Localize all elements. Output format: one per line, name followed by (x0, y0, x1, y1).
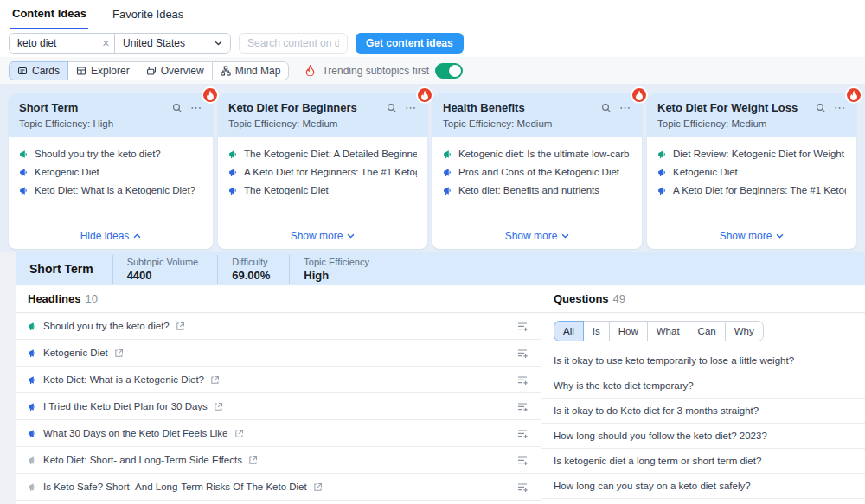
question-row[interactable]: Is ketogenic diet a long term or short t… (541, 449, 865, 474)
search-icon[interactable] (816, 103, 826, 113)
subtopic-cards: Short Term ⋯ Topic Efficiency: High Shou… (0, 84, 865, 252)
view-overview-button[interactable]: Overview (138, 61, 213, 80)
idea-item[interactable]: A Keto Diet for Beginners: The #1 Ketoge… (657, 185, 846, 195)
clear-keyword-icon[interactable]: ✕ (102, 38, 110, 49)
headlines-title: Headlines (28, 292, 80, 305)
card-title: Keto Diet For Weight Loss (657, 101, 816, 114)
questions-count: 49 (613, 292, 625, 305)
question-filters: All Is How What Can Why (541, 313, 865, 348)
external-link-icon[interactable] (248, 456, 258, 465)
idea-item[interactable]: Should you try the keto diet? (19, 149, 202, 159)
trending-label: Trending subtopics first (322, 65, 429, 77)
headline-row: Ketogenic Diet (16, 340, 541, 367)
add-to-list-icon[interactable] (517, 482, 529, 493)
idea-item[interactable]: Pros and Cons of the Ketogenic Diet (443, 167, 631, 177)
idea-item[interactable]: A Keto Diet for Beginners: The #1 Ketoge… (228, 167, 417, 177)
filter-is[interactable]: Is (583, 321, 610, 341)
show-more-link[interactable]: Show more (432, 223, 642, 249)
subtopic-card-keto-diet-for-beginners[interactable]: Keto Diet For Beginners ⋯ Topic Efficien… (218, 93, 427, 249)
headline-row: Keto Diet: Short- and Long-Term Side Eff… (16, 447, 541, 474)
more-options-icon[interactable]: ⋯ (190, 101, 202, 114)
filter-all[interactable]: All (554, 321, 584, 341)
mindmap-icon (221, 66, 231, 76)
tab-favorite-ideas[interactable]: Favorite Ideas (111, 1, 185, 29)
hide-ideas-link[interactable]: Hide ideas (9, 223, 213, 249)
add-to-list-icon[interactable] (517, 374, 529, 386)
external-link-icon[interactable] (114, 348, 124, 358)
subtopic-card-health-benefits[interactable]: Health Benefits ⋯ Topic Efficiency: Medi… (432, 93, 642, 249)
view-explorer-button[interactable]: Explorer (67, 61, 138, 80)
add-to-list-icon[interactable] (517, 428, 529, 439)
question-row[interactable]: Why is the keto diet temporary? (541, 373, 865, 399)
trending-flame-badge (845, 86, 862, 104)
question-row[interactable]: How long can you stay on a keto diet saf… (541, 474, 865, 499)
idea-item[interactable]: Ketogenic Diet (657, 167, 846, 177)
megaphone-icon (19, 186, 29, 195)
idea-item[interactable]: Ketogenic Diet (19, 167, 202, 177)
explorer-icon (76, 66, 86, 76)
headline-row: What 30 Days on the Keto Diet Feels Like (16, 420, 541, 447)
external-link-icon[interactable] (234, 429, 244, 438)
headline-row: Is Keto Safe? Short- And Long-Term Risks… (16, 474, 541, 501)
stat-subtopic-volume: Subtopic Volume 4400 (112, 255, 199, 284)
view-mindmap-button[interactable]: Mind Map (212, 61, 290, 80)
overview-icon (146, 66, 157, 76)
chevron-up-icon (133, 233, 141, 239)
question-row[interactable]: How long should you follow the keto diet… (541, 424, 865, 449)
idea-item[interactable]: Keto diet: Benefits and nutrients (443, 185, 631, 195)
idea-item[interactable]: Diet Review: Ketogenic Diet for Weight L… (657, 149, 846, 159)
idea-item[interactable]: Keto Diet: What is a Ketogenic Diet? (19, 185, 202, 195)
megaphone-icon (28, 375, 37, 385)
more-options-icon[interactable]: ⋯ (405, 101, 417, 114)
get-content-ideas-button[interactable]: Get content ideas (356, 33, 464, 54)
question-row[interactable]: Is it okay to do Keto diet for 3 months … (541, 399, 865, 424)
keyword-input[interactable] (10, 34, 114, 53)
external-link-icon[interactable] (313, 482, 323, 492)
more-options-icon[interactable]: ⋯ (834, 101, 846, 114)
search-icon[interactable] (172, 103, 183, 113)
more-options-icon[interactable]: ⋯ (619, 101, 631, 114)
add-to-list-icon[interactable] (517, 401, 529, 412)
megaphone-icon (28, 482, 37, 492)
add-to-list-icon[interactable] (517, 455, 529, 466)
selected-subtopic-title: Short Term (29, 262, 93, 276)
idea-item[interactable]: The Ketogenic Diet (228, 185, 417, 195)
search-icon[interactable] (601, 103, 612, 113)
megaphone-icon (19, 150, 29, 159)
external-link-icon[interactable] (176, 322, 185, 331)
filter-can[interactable]: Can (689, 321, 726, 341)
external-link-icon[interactable] (214, 402, 223, 411)
headlines-panel: Headlines 10 Should you try the keto die… (16, 285, 541, 504)
filter-what[interactable]: What (647, 321, 689, 341)
cards-icon (17, 66, 28, 76)
megaphone-icon (28, 456, 37, 465)
domain-search-input[interactable] (239, 33, 348, 54)
headline-row: Keto Diet: What is a Ketogenic Diet? (16, 367, 541, 393)
idea-item[interactable]: The Ketogenic Diet: A Detailed Beginner'… (228, 149, 417, 159)
megaphone-icon (657, 186, 667, 195)
country-select[interactable]: United States (115, 34, 230, 53)
trending-toggle[interactable] (435, 63, 463, 79)
subtopic-card-short-term[interactable]: Short Term ⋯ Topic Efficiency: High Shou… (9, 93, 213, 249)
idea-item[interactable]: Ketogenic diet: Is the ultimate low-carb… (443, 149, 631, 159)
subtopic-card-keto-diet-for-weight-loss[interactable]: Keto Diet For Weight Loss ⋯ Topic Effici… (647, 93, 856, 249)
tab-content-ideas[interactable]: Content Ideas (10, 0, 88, 29)
add-to-list-icon[interactable] (517, 348, 529, 359)
show-more-link[interactable]: Show more (647, 223, 856, 249)
selected-subtopic-stats: Short Term Subtopic Volume 4400 Difficul… (16, 252, 865, 285)
question-row[interactable]: Is it okay to use keto temporarily to lo… (541, 348, 865, 373)
show-more-link[interactable]: Show more (218, 223, 427, 249)
view-toolbar: Cards Explorer Overview Mind Map Trendin… (0, 57, 865, 84)
headlines-count: 10 (85, 292, 97, 305)
card-title: Keto Diet For Beginners (228, 101, 387, 114)
external-link-icon[interactable] (210, 375, 220, 385)
view-cards-button[interactable]: Cards (9, 61, 68, 80)
flame-icon (304, 65, 316, 76)
add-to-list-icon[interactable] (517, 321, 529, 332)
search-icon[interactable] (387, 103, 397, 113)
megaphone-icon (443, 168, 452, 177)
megaphone-icon (228, 186, 238, 195)
filter-why[interactable]: Why (725, 321, 764, 341)
questions-panel: Questions 49 All Is How What Can Why Is … (541, 285, 865, 504)
filter-how[interactable]: How (609, 321, 648, 341)
